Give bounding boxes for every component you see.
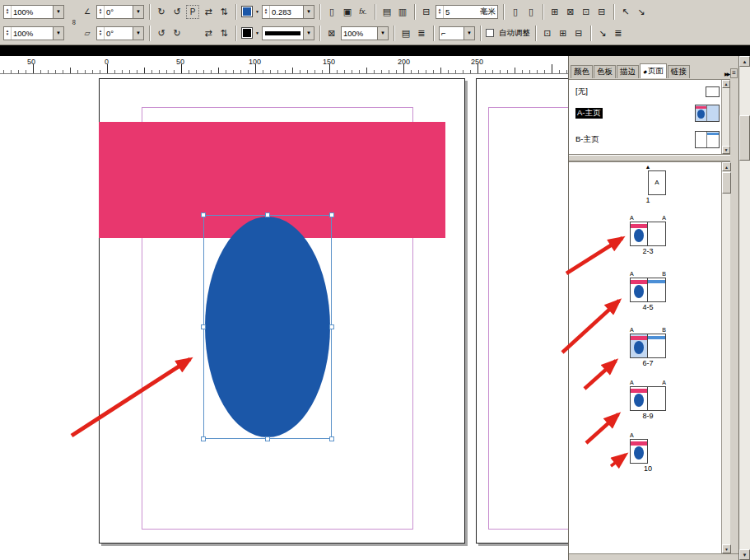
stroke-weight-value[interactable]: 0.283 <box>270 7 303 16</box>
swatch-dropdown-icon[interactable]: ▼ <box>255 9 259 14</box>
wrap-offset-value[interactable]: 5 <box>444 7 478 16</box>
spinner-down-icon[interactable]: ▼ <box>264 12 268 15</box>
scroll-down-icon[interactable]: ▼ <box>722 146 730 154</box>
dropdown-arrow-icon[interactable]: ▼ <box>377 27 388 40</box>
spinner-icon[interactable]: ▲▼ <box>263 6 270 18</box>
tab-swatches[interactable]: 色板 <box>594 65 616 78</box>
page-icon[interactable]: ▯ <box>509 5 522 19</box>
master-a-label[interactable]: A-主页 <box>575 108 603 119</box>
selection-handle-n[interactable] <box>265 212 270 217</box>
selection-handle-e[interactable] <box>329 324 334 329</box>
scroll-up-icon[interactable]: ▲ <box>739 56 750 67</box>
fit-content-icon[interactable]: ⊞ <box>548 5 561 19</box>
master-b-thumbnail[interactable] <box>695 131 720 148</box>
page-number[interactable]: 4-5 <box>628 303 668 311</box>
page-icon-2[interactable]: ▯ <box>524 5 538 19</box>
autofit-checkbox[interactable] <box>486 29 494 37</box>
spinner-down-icon[interactable]: ▼ <box>438 12 441 15</box>
master-b-label[interactable]: B-主页 <box>575 134 599 145</box>
stroke-color-swatch[interactable] <box>241 27 253 39</box>
panel-menu-icon[interactable]: ≡ <box>730 68 738 78</box>
selection-handle-w[interactable] <box>201 324 206 329</box>
shear-value[interactable]: 0° <box>105 29 133 38</box>
flip-horizontal-icon-2[interactable]: ⇄ <box>202 26 215 40</box>
tab-pages[interactable]: ◆页面 <box>640 63 667 78</box>
page-item-10[interactable]: A 10 <box>628 432 668 473</box>
constrain-proportions-link-icon[interactable]: ∞ <box>67 17 82 27</box>
content-icon[interactable]: ▣ <box>341 5 354 19</box>
scroll-up-icon[interactable]: ▲ <box>722 80 730 88</box>
selection-handle-se[interactable] <box>329 436 334 441</box>
spinner-icon[interactable]: ▲▼ <box>97 6 105 18</box>
align-left-icon[interactable]: ↖ <box>619 5 632 19</box>
selection-handle-s[interactable] <box>265 436 270 441</box>
tab-links[interactable]: 链接 <box>668 65 690 78</box>
stroke-weight-combo[interactable]: ▲▼ 0.283 ▼ <box>262 5 314 19</box>
frame-grid-icon-2[interactable]: ⊞ <box>557 26 570 40</box>
expand-panel-icon[interactable]: ▶▶ <box>724 71 729 77</box>
rotation-combo[interactable]: ▲▼ 0° ▼ <box>96 5 144 19</box>
scale-x-value[interactable]: 100% <box>12 7 53 16</box>
scroll-down-icon[interactable]: ▼ <box>722 544 731 553</box>
text-style-icon-2[interactable]: ▥ <box>396 5 409 19</box>
dropdown-arrow-icon[interactable]: ▼ <box>303 27 314 40</box>
selection-handle-ne[interactable] <box>329 212 334 217</box>
dropdown-arrow-icon[interactable]: ▼ <box>133 6 143 18</box>
center-content-icon[interactable]: ⊡ <box>580 5 593 19</box>
selection-handle-sw[interactable] <box>201 436 206 441</box>
scale-x-combo[interactable]: ▲▼ 100% ▼ <box>3 5 64 19</box>
tab-color[interactable]: 颜色 <box>571 65 593 78</box>
fit-frame-icon[interactable]: ⊠ <box>564 5 577 19</box>
align-right-icon[interactable]: ↘ <box>635 5 648 19</box>
master-none-label[interactable]: [无] <box>575 86 588 97</box>
scrollbar-thumb[interactable] <box>722 172 731 194</box>
window-scrollbar-thumb[interactable] <box>739 115 750 161</box>
opacity-value[interactable]: 100% <box>342 29 377 38</box>
page-item-1[interactable]: ▲ A 1 <box>628 164 668 204</box>
align-bottom-icon[interactable]: ↘ <box>596 26 609 40</box>
page-item-8-9[interactable]: AA 8-9 <box>628 380 668 420</box>
wrap-offset-combo[interactable]: ▲▼ 5 毫米 <box>436 5 498 19</box>
window-vertical-scrollbar[interactable]: ▲ ▼ <box>738 56 750 560</box>
rotate-ccw-icon[interactable]: ↺ <box>170 5 184 19</box>
tab-stroke[interactable]: 描边 <box>617 65 639 78</box>
flip-horizontal-icon[interactable]: ⇄ <box>202 5 215 19</box>
spinner-icon[interactable]: ▲▼ <box>4 27 12 40</box>
scale-y-value[interactable]: 100% <box>12 29 53 38</box>
master-none-thumbnail[interactable] <box>706 86 720 97</box>
spinner-icon[interactable]: ▲▼ <box>97 27 105 40</box>
spinner-down-icon[interactable]: ▼ <box>99 33 102 36</box>
panel-splitter[interactable] <box>569 155 730 161</box>
align-panel-icon[interactable]: ▤ <box>399 26 412 40</box>
master-a-thumbnail[interactable] <box>695 105 720 122</box>
stroke-style-combo[interactable]: ▼ <box>262 26 314 40</box>
master-row-a[interactable]: A-主页 <box>569 101 729 124</box>
opacity-combo[interactable]: 100% ▼ <box>341 26 389 40</box>
rotate-cw-icon-2[interactable]: ↻ <box>170 26 184 40</box>
selection-bounding-box[interactable] <box>203 215 332 439</box>
spinner-down-icon[interactable]: ▼ <box>6 33 9 36</box>
page-item-6-7[interactable]: AB 6-7 <box>628 327 668 367</box>
distribute-icon[interactable]: ≣ <box>415 26 428 40</box>
spinner-down-icon[interactable]: ▼ <box>6 12 9 15</box>
spinner-down-icon[interactable]: ▼ <box>99 12 102 15</box>
master-row-b[interactable]: B-主页 <box>569 128 729 151</box>
fill-color-swatch[interactable] <box>241 6 253 17</box>
page-number[interactable]: 2-3 <box>628 247 668 255</box>
corner-shape-icon[interactable]: ⌐ <box>440 29 464 38</box>
text-style-icon[interactable]: ▤ <box>380 5 394 19</box>
rotate-ccw-icon-2[interactable]: ↺ <box>155 26 168 40</box>
selection-handle-nw[interactable] <box>201 212 206 217</box>
rotate-cw-icon[interactable]: ↻ <box>155 5 168 19</box>
page-number[interactable]: 1 <box>628 196 668 204</box>
frame-grid-icon[interactable]: ⊡ <box>541 26 554 40</box>
dropdown-arrow-icon[interactable]: ▼ <box>303 6 314 18</box>
spinner-icon[interactable]: ▲▼ <box>436 6 444 18</box>
rotation-value[interactable]: 0° <box>105 7 133 16</box>
scroll-up-icon[interactable]: ▲ <box>722 162 731 171</box>
spinner-icon[interactable]: ▲▼ <box>4 6 12 18</box>
dropdown-arrow-icon[interactable]: ▼ <box>464 27 474 40</box>
masters-scrollbar[interactable]: ▲ ▼ <box>721 80 729 154</box>
corner-options-combo[interactable]: ⌐ ▼ <box>439 26 475 40</box>
shear-combo[interactable]: ▲▼ 0° ▼ <box>96 26 144 40</box>
